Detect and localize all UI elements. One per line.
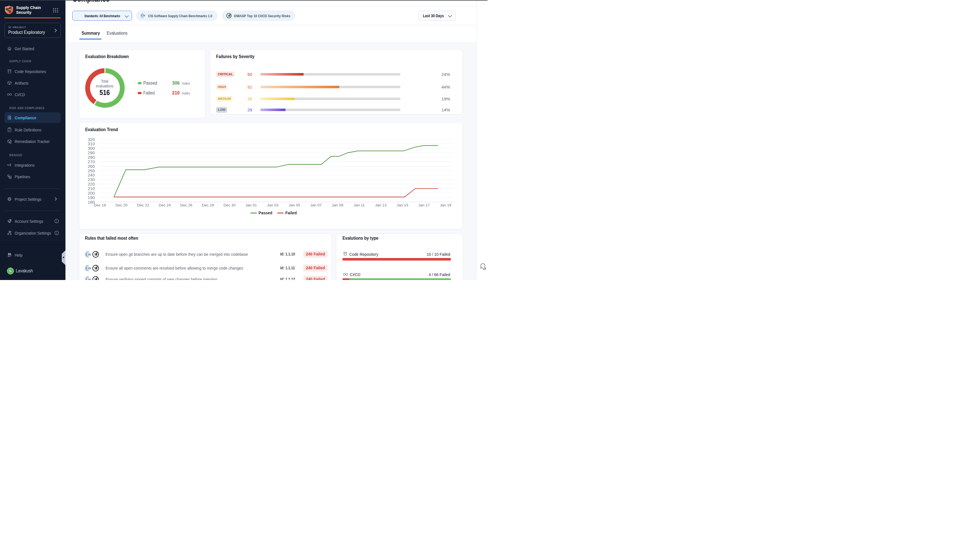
svg-text:290: 290 [88, 150, 95, 155]
svg-text:200: 200 [88, 191, 95, 195]
svg-text:Jan 17: Jan 17 [418, 203, 430, 207]
svg-text:280: 280 [88, 155, 95, 160]
svg-text:Jan 15: Jan 15 [397, 203, 408, 207]
svg-text:240: 240 [88, 173, 95, 177]
svg-text:250: 250 [88, 168, 95, 173]
svg-text:230: 230 [88, 177, 95, 182]
svg-text:270: 270 [88, 159, 95, 164]
svg-text:Jan 11: Jan 11 [354, 203, 365, 207]
svg-text:Jan 09: Jan 09 [332, 203, 343, 207]
svg-text:300: 300 [88, 146, 95, 150]
svg-text:?: ? [9, 253, 10, 255]
svg-text:Jan 01: Jan 01 [245, 203, 257, 207]
svg-text:Jan 03: Jan 03 [267, 203, 279, 207]
svg-text:320: 320 [88, 137, 95, 142]
svg-text:Jan 05: Jan 05 [289, 203, 300, 207]
svg-text:CIS: CIS [86, 267, 91, 270]
svg-text:Jan 19: Jan 19 [440, 203, 451, 207]
svg-text:220: 220 [88, 182, 95, 187]
svg-text:CIS: CIS [86, 253, 91, 256]
svg-text:Dec 28: Dec 28 [202, 203, 214, 207]
svg-text:190: 190 [88, 195, 95, 200]
svg-text:Jan 07: Jan 07 [311, 203, 322, 207]
svg-text:260: 260 [88, 164, 95, 168]
svg-text:210: 210 [88, 186, 95, 191]
svg-text:Dec 30: Dec 30 [224, 203, 235, 207]
svg-text:Dec 24: Dec 24 [159, 203, 171, 207]
svg-text:CIS: CIS [142, 14, 145, 17]
svg-text:Dec 18: Dec 18 [94, 203, 106, 207]
svg-text:Jan 13: Jan 13 [375, 203, 387, 207]
svg-text:Dec 26: Dec 26 [180, 203, 192, 207]
svg-text:CIS: CIS [86, 278, 91, 280]
svg-text:Dec 20: Dec 20 [115, 203, 127, 207]
svg-text:310: 310 [88, 141, 95, 146]
svg-text:Dec 22: Dec 22 [137, 203, 149, 207]
